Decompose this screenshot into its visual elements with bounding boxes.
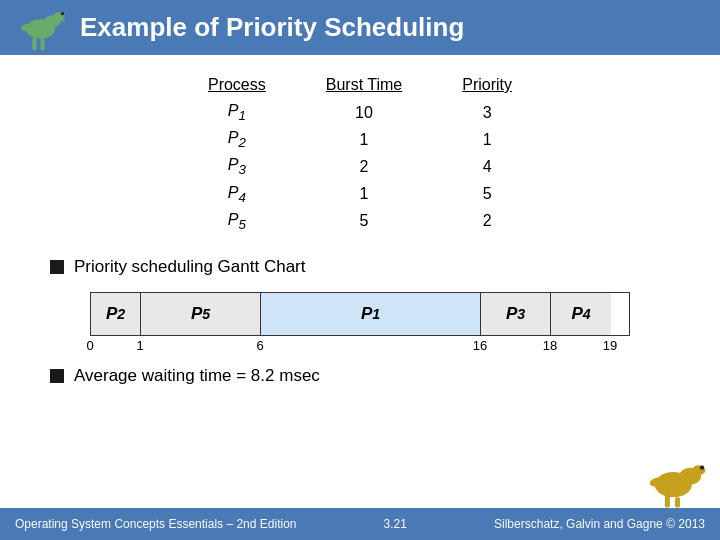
table-row: P1 10 3: [178, 99, 542, 126]
avg-bullet-icon: [50, 369, 64, 383]
gantt-bullet-section: Priority scheduling Gantt Chart: [50, 257, 670, 277]
process-name: P5: [178, 208, 296, 235]
dino-top-icon: [8, 2, 73, 57]
time-label-6: 6: [256, 338, 263, 353]
time-label-16: 16: [473, 338, 487, 353]
svg-point-11: [700, 466, 704, 470]
gantt-time-labels: 0 1 6 16 18 19: [90, 338, 630, 356]
page-header: Example of Priority Scheduling: [0, 0, 720, 55]
average-label: Average waiting time = 8.2 msec: [74, 366, 320, 386]
bullet-icon: [50, 260, 64, 274]
table-row: P2 1 1: [178, 126, 542, 153]
average-section: Average waiting time = 8.2 msec: [50, 366, 670, 386]
time-label-0: 0: [86, 338, 93, 353]
svg-rect-12: [665, 496, 670, 508]
gantt-cell-p2: P2: [91, 293, 141, 335]
table-row: P3 2 4: [178, 153, 542, 180]
svg-rect-13: [675, 497, 680, 507]
gantt-label: Priority scheduling Gantt Chart: [74, 257, 306, 277]
svg-rect-4: [32, 37, 36, 50]
burst-time: 1: [296, 126, 432, 153]
priority-val: 3: [432, 99, 542, 126]
process-table: Process Burst Time Priority P1 10 3 P2 1…: [178, 73, 542, 235]
burst-time: 5: [296, 208, 432, 235]
burst-time: 2: [296, 153, 432, 180]
process-name: P4: [178, 181, 296, 208]
footer-left: Operating System Concepts Essentials – 2…: [15, 517, 296, 531]
process-name: P2: [178, 126, 296, 153]
col-process: Process: [178, 73, 296, 99]
gantt-cell-p5: P5: [141, 293, 261, 335]
gantt-row: P2 P5 P1 P3 P4: [90, 292, 630, 336]
gantt-cell-p3: P3: [481, 293, 551, 335]
svg-rect-5: [41, 39, 45, 50]
gantt-chart: P2 P5 P1 P3 P4 0 1 6 16 18: [90, 292, 630, 356]
table-row: P5 5 2: [178, 208, 542, 235]
main-content: Process Burst Time Priority P1 10 3 P2 1…: [0, 55, 720, 396]
table-row: P4 1 5: [178, 181, 542, 208]
process-name: P1: [178, 99, 296, 126]
time-label-19: 19: [603, 338, 617, 353]
col-priority: Priority: [432, 73, 542, 99]
col-burst: Burst Time: [296, 73, 432, 99]
gantt-cell-p4: P4: [551, 293, 611, 335]
dino-bottom-icon: [640, 455, 710, 510]
priority-val: 1: [432, 126, 542, 153]
svg-point-3: [61, 12, 64, 15]
footer-center: 3.21: [384, 517, 407, 531]
header-title: Example of Priority Scheduling: [80, 12, 464, 43]
process-name: P3: [178, 153, 296, 180]
footer-right: Silberschatz, Galvin and Gagne © 2013: [494, 517, 705, 531]
time-label-1: 1: [136, 338, 143, 353]
time-label-18: 18: [543, 338, 557, 353]
gantt-cell-p1: P1: [261, 293, 481, 335]
burst-time: 10: [296, 99, 432, 126]
priority-val: 5: [432, 181, 542, 208]
priority-val: 4: [432, 153, 542, 180]
priority-val: 2: [432, 208, 542, 235]
burst-time: 1: [296, 181, 432, 208]
footer: Operating System Concepts Essentials – 2…: [0, 508, 720, 540]
